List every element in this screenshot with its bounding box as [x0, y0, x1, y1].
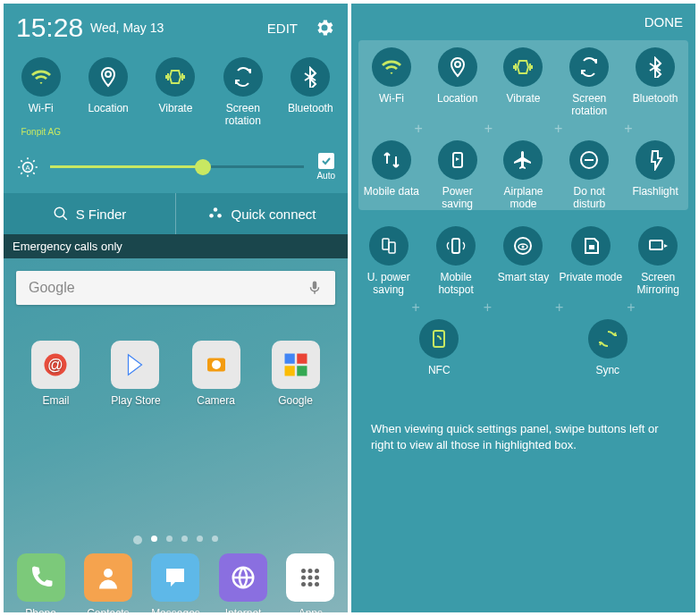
- svg-point-18: [315, 569, 319, 573]
- app-play store[interactable]: Play Store: [111, 341, 160, 407]
- upower-icon: [378, 235, 400, 257]
- data-icon: [381, 149, 402, 171]
- rotate-icon: [232, 66, 254, 88]
- toggle-private[interactable]: Private mode: [559, 226, 623, 296]
- search-icon: [53, 206, 69, 222]
- mic-icon[interactable]: [307, 280, 323, 296]
- brightness-slider[interactable]: [50, 165, 304, 168]
- google-search-bar[interactable]: Google: [16, 271, 335, 305]
- toggle-power[interactable]: Power saving: [425, 140, 490, 210]
- svg-point-24: [315, 582, 319, 586]
- toggle-bluetooth[interactable]: Bluetooth: [623, 47, 687, 117]
- wifi-icon: [381, 56, 402, 78]
- settings-icon[interactable]: [314, 17, 335, 38]
- svg-point-2: [55, 207, 64, 217]
- rotate-icon: [578, 56, 600, 78]
- smartstay-icon: [512, 235, 534, 257]
- private-icon: [580, 235, 602, 257]
- edit-button[interactable]: EDIT: [267, 21, 298, 36]
- svg-point-5: [218, 214, 223, 218]
- auto-brightness-toggle[interactable]: Auto: [316, 153, 335, 181]
- svg-point-20: [308, 576, 313, 580]
- app-contacts[interactable]: Contacts: [84, 553, 132, 612]
- search-placeholder: Google: [29, 280, 75, 296]
- svg-point-17: [308, 569, 313, 573]
- sync-icon: [597, 328, 619, 350]
- mirror-icon: [647, 235, 669, 257]
- toggle-dnd[interactable]: Do not disturb: [557, 140, 621, 210]
- brightness-row: A Auto: [4, 146, 348, 193]
- svg-point-14: [104, 569, 113, 578]
- app-row: @ Email Play Store Camera Google: [16, 341, 335, 407]
- quick-connect-button[interactable]: Quick connect: [176, 193, 348, 234]
- svg-rect-10: [284, 354, 294, 364]
- toggle-wifi[interactable]: Wi-Fi: [359, 47, 424, 117]
- toggle-vibrate[interactable]: Vibrate: [143, 57, 207, 137]
- toggle-vibrate[interactable]: Vibrate: [491, 47, 555, 117]
- notification-panel-screen: 15:28 Wed, May 13 EDIT Wi-Fi Fonpit AG L…: [4, 4, 348, 612]
- app-phone[interactable]: Phone: [17, 553, 65, 612]
- bluetooth-icon: [299, 66, 321, 88]
- toggle-hotspot[interactable]: Mobile hotspot: [424, 226, 488, 296]
- svg-point-16: [301, 569, 306, 573]
- highlighted-toggles-box: Wi-Fi Location Vibrate Screen rotation B…: [358, 40, 688, 210]
- location-icon: [97, 66, 119, 88]
- svg-rect-35: [434, 331, 444, 347]
- bluetooth-icon: [644, 56, 666, 78]
- wifi-icon: [30, 66, 52, 88]
- airplane-icon: [512, 149, 534, 171]
- app-messages[interactable]: Messages: [151, 553, 200, 612]
- toggle-data[interactable]: Mobile data: [359, 140, 424, 210]
- toggle-location[interactable]: Location: [76, 57, 140, 137]
- svg-rect-13: [297, 366, 307, 376]
- svg-point-4: [210, 214, 215, 218]
- app-email[interactable]: @ Email: [31, 341, 80, 407]
- tools-row: S Finder Quick connect: [4, 193, 348, 234]
- status-header: 15:28 Wed, May 13 EDIT: [4, 4, 348, 52]
- toggle-smartstay[interactable]: Smart stay: [491, 226, 555, 296]
- toggle-location[interactable]: Location: [425, 47, 490, 117]
- svg-point-23: [308, 582, 313, 586]
- svg-rect-33: [589, 245, 594, 249]
- toggle-sync[interactable]: Sync: [576, 319, 640, 389]
- app-apps[interactable]: Apps: [286, 553, 334, 612]
- svg-text:@: @: [48, 356, 64, 374]
- svg-point-21: [315, 576, 319, 580]
- toggle-airplane[interactable]: Airplane mode: [491, 140, 555, 210]
- power-icon: [447, 149, 468, 171]
- svg-point-19: [301, 576, 306, 580]
- vibrate-icon: [164, 66, 186, 88]
- clock: 15:28: [16, 13, 83, 43]
- app-internet[interactable]: Internet: [219, 553, 267, 612]
- dnd-icon: [578, 149, 600, 171]
- svg-rect-11: [297, 354, 307, 364]
- svg-point-22: [301, 582, 306, 586]
- toggle-upower[interactable]: U. power saving: [357, 226, 421, 296]
- svg-rect-27: [383, 239, 389, 249]
- flash-icon: [644, 149, 666, 171]
- edit-quick-settings-screen: DONE Wi-Fi Location Vibrate Screen rotat…: [351, 4, 695, 612]
- toggle-mirror[interactable]: Screen Mirroring: [626, 226, 690, 296]
- brightness-auto-icon: A: [16, 156, 39, 179]
- svg-point-3: [214, 207, 218, 212]
- quick-settings-row: Wi-Fi Fonpit AG Location Vibrate Screen …: [4, 52, 348, 146]
- carrier-status: Emergency calls only: [4, 234, 348, 258]
- location-icon: [447, 56, 468, 78]
- toggle-rotate[interactable]: Screen rotation: [557, 47, 621, 117]
- svg-rect-28: [389, 242, 395, 253]
- toggle-nfc[interactable]: NFC: [407, 319, 471, 389]
- nfc-icon: [428, 328, 450, 350]
- svg-point-32: [522, 246, 525, 249]
- hint-text: When viewing quick settings panel, swipe…: [351, 405, 695, 469]
- date: Wed, May 13: [90, 21, 164, 35]
- app-camera[interactable]: Camera: [192, 341, 240, 407]
- toggle-wifi[interactable]: Wi-Fi Fonpit AG: [9, 57, 73, 137]
- done-button[interactable]: DONE: [351, 4, 695, 40]
- toggle-flash[interactable]: Flashlight: [623, 140, 687, 210]
- toggle-bluetooth[interactable]: Bluetooth: [278, 57, 342, 137]
- app-google[interactable]: Google: [272, 341, 320, 407]
- s-finder-button[interactable]: S Finder: [4, 193, 176, 234]
- home-screen: Google @ Email Play Store Camera Google …: [4, 258, 348, 612]
- hotspot-icon: [445, 235, 467, 257]
- toggle-rotate[interactable]: Screen rotation: [211, 57, 275, 137]
